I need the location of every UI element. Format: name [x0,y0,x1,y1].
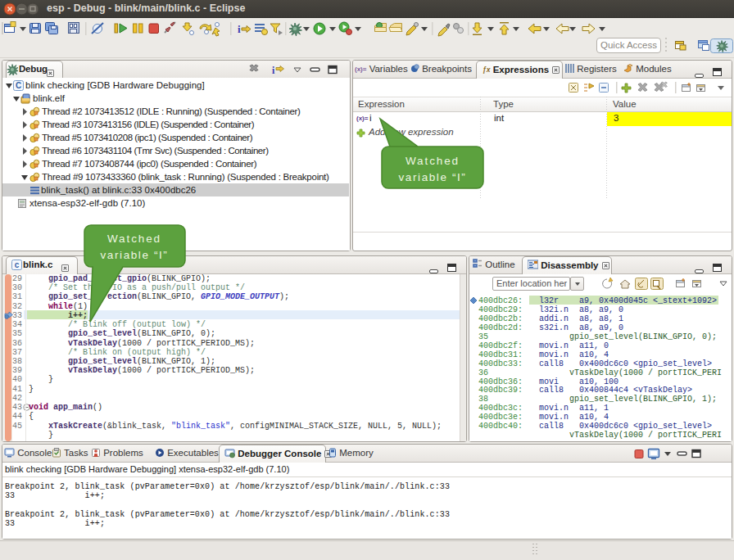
svg-text:Watched: Watched [107,233,161,245]
svg-text:i: i [238,23,241,35]
svg-text:Watched: Watched [406,155,460,167]
svg-text:variable “I”: variable “I” [399,171,467,183]
svg-text:variable “I”: variable “I” [101,249,169,261]
svg-text:i: i [272,65,275,76]
svg-text:c: c [15,260,20,269]
svg-text:C: C [16,81,21,90]
